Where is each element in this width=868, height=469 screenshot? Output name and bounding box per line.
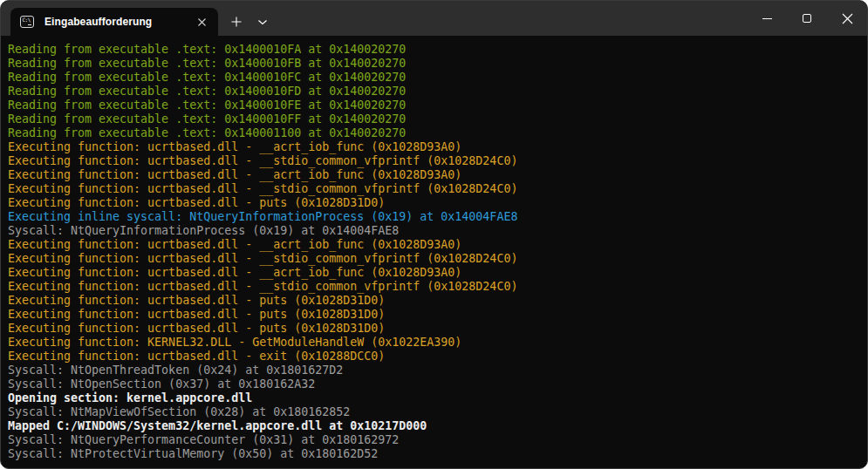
terminal-line: Syscall: NtMapViewOfSection (0x28) at 0x… xyxy=(8,405,866,419)
terminal-line: Executing function: ucrtbased.dll - puts… xyxy=(8,308,866,322)
tab-dropdown-button[interactable] xyxy=(249,8,277,36)
terminal-line: Reading from executable .text: 0x1400010… xyxy=(8,43,866,57)
terminal-output[interactable]: Reading from executable .text: 0x1400010… xyxy=(2,36,866,467)
terminal-line: Syscall: NtQueryPerformanceCounter (0x31… xyxy=(8,433,866,447)
terminal-line: Executing function: ucrtbased.dll - __ac… xyxy=(8,238,866,252)
terminal-line: Syscall: NtProtectVirtualMemory (0x50) a… xyxy=(8,447,866,461)
terminal-line: Reading from executable .text: 0x1400010… xyxy=(8,57,866,71)
terminal-line: Reading from executable .text: 0x1400010… xyxy=(8,71,866,85)
terminal-line: Syscall: NtQueryInformationProcess (0x19… xyxy=(8,224,866,238)
terminal-line: Syscall: NtOpenThreadToken (0x24) at 0x1… xyxy=(8,364,866,377)
terminal-line: Executing function: ucrtbased.dll - __ac… xyxy=(8,168,866,182)
terminal-line: Executing function: ucrtbased.dll - __st… xyxy=(8,280,866,294)
close-button[interactable] xyxy=(827,1,867,36)
minimize-icon xyxy=(762,18,772,19)
tab-eingabeaufforderung[interactable]: Eingabeaufforderung xyxy=(10,8,218,36)
caption-buttons xyxy=(747,1,867,36)
terminal-line: Executing function: ucrtbased.dll - puts… xyxy=(8,322,866,336)
terminal-line: Executing function: ucrtbased.dll - __st… xyxy=(8,252,866,266)
new-tab-button[interactable] xyxy=(222,8,250,36)
terminal-window: Eingabeaufforderung Reading from executa… xyxy=(0,0,868,469)
terminal-line: Executing function: ucrtbased.dll - __ac… xyxy=(8,140,866,154)
tab-close-icon[interactable] xyxy=(194,14,209,30)
terminal-line: Executing function: ucrtbased.dll - __st… xyxy=(8,182,866,196)
terminal-line: Reading from executable .text: 0x1400010… xyxy=(8,99,866,112)
terminal-line: Reading from executable .text: 0x1400010… xyxy=(8,112,866,126)
terminal-line: Mapped C:/WINDOWS/System32/kernel.appcor… xyxy=(8,419,866,433)
maximize-button[interactable] xyxy=(787,1,827,36)
terminal-line: Opening section: kernel.appcore.dll xyxy=(8,391,866,405)
terminal-line: Syscall: NtOpenSection (0x37) at 0x18016… xyxy=(8,377,866,391)
terminal-line: Executing function: ucrtbased.dll - puts… xyxy=(8,196,866,210)
terminal-line: Executing function: ucrtbased.dll - __st… xyxy=(8,154,866,168)
terminal-line: Executing function: ucrtbased.dll - exit… xyxy=(8,350,866,364)
minimize-button[interactable] xyxy=(747,1,787,36)
terminal-line: Executing function: KERNEL32.DLL - GetMo… xyxy=(8,336,866,350)
terminal-line: Reading from executable .text: 0x1400010… xyxy=(8,85,866,99)
terminal-line: Executing inline syscall: NtQueryInforma… xyxy=(8,210,866,224)
terminal-line: Executing function: ucrtbased.dll - puts… xyxy=(8,294,866,308)
terminal-line: Reading from executable .text: 0x1400011… xyxy=(8,126,866,140)
tab-label: Eingabeaufforderung xyxy=(44,16,194,28)
titlebar[interactable]: Eingabeaufforderung xyxy=(1,1,867,36)
terminal-line: Executing function: ucrtbased.dll - __ac… xyxy=(8,266,866,280)
maximize-icon xyxy=(803,14,811,23)
cmd-icon xyxy=(20,16,34,28)
close-icon xyxy=(842,13,853,24)
